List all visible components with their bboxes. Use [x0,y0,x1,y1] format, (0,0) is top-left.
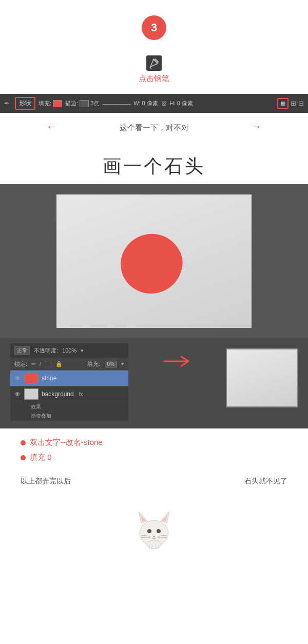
svg-point-11 [157,529,161,533]
toolbar-dash: ————— [102,101,130,107]
instruction-text-1: 双击文字--改名-stone [30,438,103,447]
stone-layer-thumb [24,373,38,384]
bg-layer-name: background [42,391,74,398]
layers-opacity-label: 不透明度: [34,347,58,355]
arrow-left-icon: ← [46,120,57,133]
toolbar-height: H: 0 像素 [170,100,193,107]
canvas-area [0,184,308,338]
pen-label: 点击钢笔 [139,74,169,84]
canvas-inner [56,194,252,328]
svg-rect-0 [146,55,162,71]
instructions-section: 双击文字--改名-stone 填充 0 [0,428,308,473]
bg-layer-fx: fx [79,392,83,397]
bullet-2 [21,455,26,460]
svg-point-1 [153,59,155,61]
bullet-1 [21,440,26,445]
step-header: 3 [0,0,308,50]
gradient-label: 渐变叠加 [31,413,51,419]
effects-label: 效果 [31,404,41,409]
stone-layer-row[interactable]: 👁 stone [10,370,128,386]
step-number: 3 [142,15,166,40]
toolbar-icon-1[interactable]: ⊞ [291,100,296,107]
bg-layer-thumb [24,388,38,400]
cat-illustration [131,506,177,553]
bottom-note-left: 以上都弄完以后 [21,477,71,486]
toolbar-fill-color[interactable] [53,100,62,107]
pen-icon [146,55,162,71]
gradient-row: 渐变叠加 [10,412,128,421]
toolbar-stroke-box[interactable] [80,100,89,107]
stone-layer-eye[interactable]: 👁 [14,375,21,382]
toolbar-align-btn[interactable]: ▦ [277,98,288,109]
stone-layer-name: stone [42,375,56,382]
arrow-right-icon: → [251,120,262,133]
annotation-arrows: ← 这个看一下，对不对 → [46,120,262,133]
cat-section [0,496,308,568]
bg-layer-eye[interactable]: 👁 [14,391,21,398]
layers-mode-select[interactable]: 正常 [14,346,30,355]
instruction-item-2: 填充 0 [21,453,287,462]
layers-opacity-value: 100% [62,347,76,354]
layers-top-bar: 正常 不透明度: 100% ▾ [10,343,128,358]
toolbar-width: W: 0 像素 [133,100,158,107]
stone-shape [113,225,195,297]
layers-lock-label: 锁定: [14,360,27,368]
toolbar-fill: 填充: [38,100,62,107]
layers-fill-down[interactable]: ▾ [121,361,124,367]
toolbar-link-icon: ⛓ [161,101,167,107]
toolbar-section: ✒ 形状 填充: 描边: 3点 ————— W: 0 像素 ⛓ H: 0 像素 … [0,94,308,113]
layers-fill-label: 填充: [87,360,100,368]
layers-opacity-down[interactable]: ▾ [81,347,84,354]
layers-panel: 正常 不透明度: 100% ▾ 锁定: ✏ / ⬛ 🔒 填充: 0% ▾ 👁 s… [10,343,128,421]
annotation-text: 这个看一下，对不对 [120,123,189,133]
layers-section: 正常 不透明度: 100% ▾ 锁定: ✏ / ⬛ 🔒 填充: 0% ▾ 👁 s… [0,338,308,428]
layers-fill-value[interactable]: 0% [105,361,117,367]
toolbar-stroke: 描边: 3点 [65,100,99,107]
svg-point-10 [147,529,151,533]
layers-lock-icons: ✏ / ⬛ 🔒 [31,361,64,367]
layers-lock-bar: 锁定: ✏ / ⬛ 🔒 填充: 0% ▾ [10,358,128,370]
annotation-section: ← 这个看一下，对不对 → [0,118,308,144]
bg-layer-row[interactable]: 👁 background fx [10,386,128,402]
bottom-note: 以上都弄完以后 石头就不见了 [0,473,308,496]
effects-row: 效果 [10,402,128,412]
layers-arrow [139,343,216,369]
draw-title: 画一个石头 [0,144,308,184]
pen-section: 点击钢笔 [0,50,308,89]
layers-preview [226,348,298,407]
instruction-item-1: 双击文字--改名-stone [21,438,287,447]
svg-point-17 [147,540,161,549]
instruction-text-2: 填充 0 [30,453,52,462]
arrow-right-big [162,354,192,369]
toolbar-mode[interactable]: 形状 [15,97,35,110]
toolbar-pen-icon: ✒ [4,100,10,107]
toolbar-right-icons: ▦ ⊞ ⊟ [277,98,304,109]
toolbar-icon-2[interactable]: ⊟ [298,100,304,107]
bottom-note-right: 石头就不见了 [244,477,287,486]
